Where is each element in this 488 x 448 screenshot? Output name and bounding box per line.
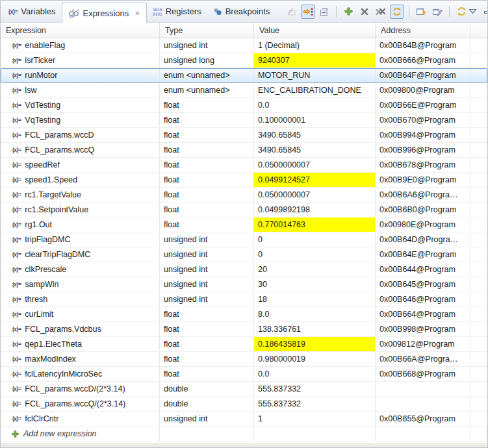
link-with-tree-icon[interactable] xyxy=(301,5,315,19)
expression-cell[interactable]: (x)= rc1.TargetValue xyxy=(1,188,160,202)
expression-cell[interactable]: (x)= rc1.SetpointValue xyxy=(1,203,160,217)
value-cell[interactable]: MOTOR_RUN xyxy=(254,68,376,82)
value-cell[interactable]: 0.0500000007 xyxy=(254,188,376,202)
table-row[interactable]: (x)= rc1.TargetValue float 0.0500000007 … xyxy=(1,188,487,203)
table-row[interactable]: (x)= rc1.SetpointValue float 0.049989219… xyxy=(1,203,487,218)
value-cell[interactable]: ENC_CALIBRATION_DONE xyxy=(254,83,376,97)
expression-cell[interactable]: (x)= FCL_params.wccQ xyxy=(1,143,160,157)
expression-cell[interactable]: (x)= tripFlagDMC xyxy=(1,232,160,247)
table-row[interactable]: (x)= enableFlag unsigned int 1 (Decimal)… xyxy=(1,38,487,53)
expression-cell[interactable]: (x)= fclLatencyInMicroSec xyxy=(1,367,160,381)
value-cell[interactable]: 555.837332 xyxy=(254,397,376,411)
value-cell[interactable]: 9240307 xyxy=(254,53,376,68)
value-cell[interactable]: 0.0500000007 xyxy=(254,158,376,172)
expression-cell[interactable]: (x)= VdTesting xyxy=(1,98,160,112)
view-menu-icon[interactable] xyxy=(469,8,477,14)
tab-breakpoints[interactable]: Breakpoints xyxy=(207,1,276,22)
collapse-all-icon[interactable] xyxy=(317,5,331,19)
table-row[interactable]: (x)= VdTesting float 0.0 0x00B66E@Progra… xyxy=(1,98,487,113)
column-header-expression[interactable]: Expression xyxy=(1,23,160,38)
value-cell[interactable]: 138.336761 xyxy=(254,322,376,336)
remove-all-expressions-icon[interactable] xyxy=(374,5,388,19)
column-header-type[interactable]: Type xyxy=(160,23,254,38)
expression-cell[interactable]: (x)= FCL_params.wccD/(2*3.14) xyxy=(1,382,160,396)
value-cell[interactable]: 8.0 xyxy=(254,307,376,321)
expression-cell[interactable]: (x)= curLimit xyxy=(1,307,160,321)
table-row[interactable]: (x)= rg1.Out float 0.770014763 0x00980E@… xyxy=(1,218,487,232)
table-row[interactable]: (x)= runMotor enum <unnamed> MOTOR_RUN 0… xyxy=(1,68,487,83)
table-row[interactable]: (x)= tripFlagDMC unsigned int 0 0x00B64D… xyxy=(1,232,487,247)
expression-cell[interactable]: (x)= speed1.Speed xyxy=(1,173,160,187)
value-cell[interactable]: 1 xyxy=(254,412,376,426)
value-cell[interactable]: 1 (Decimal) xyxy=(254,38,376,53)
table-row[interactable]: (x)= thresh unsigned int 18 0x00B646@Pro… xyxy=(1,292,487,307)
refresh-icon[interactable] xyxy=(454,5,469,19)
column-header-address[interactable]: Address xyxy=(376,23,470,38)
expression-cell[interactable]: (x)= clearTripFlagDMC xyxy=(1,247,160,262)
table-row[interactable]: (x)= FCL_params.Vdcbus float 138.336761 … xyxy=(1,322,487,337)
expression-cell[interactable]: (x)= maxModIndex xyxy=(1,352,160,366)
expression-cell[interactable]: (x)= FCL_params.wccQ/(2*3.14) xyxy=(1,397,160,411)
remove-expression-icon[interactable] xyxy=(357,5,372,19)
table-row[interactable]: (x)= FCL_params.wccQ float 3490.65845 0x… xyxy=(1,143,487,158)
value-cell[interactable]: 0 xyxy=(254,232,376,247)
table-row[interactable]: (x)= speed1.Speed float 0.0499124527 0x0… xyxy=(1,173,487,188)
edit-expression-icon[interactable] xyxy=(430,5,444,19)
expression-cell[interactable]: (x)= VqTesting xyxy=(1,113,160,127)
close-icon[interactable]: ✕ xyxy=(135,10,140,17)
value-cell[interactable]: 3490.65845 xyxy=(254,128,376,142)
expression-cell[interactable]: (x)= fclClrCntr xyxy=(1,412,160,426)
tab-variables[interactable]: (x)= Variables xyxy=(3,1,62,22)
value-cell[interactable]: 0.0499892198 xyxy=(254,203,376,217)
tab-expressions[interactable]: x= Expressions ✕ xyxy=(62,3,147,23)
add-expression-label[interactable]: Add new expression xyxy=(23,429,97,438)
value-cell[interactable]: 0 xyxy=(254,247,376,262)
expression-cell[interactable]: (x)= rg1.Out xyxy=(1,218,160,232)
expression-cell[interactable]: (x)= thresh xyxy=(1,292,160,306)
value-cell[interactable]: 0.0 xyxy=(254,98,376,112)
table-row[interactable]: (x)= fclLatencyInMicroSec float 0.0 0x00… xyxy=(1,367,487,382)
table-row[interactable]: (x)= curLimit float 8.0 0x00B664@Program xyxy=(1,307,487,322)
table-row[interactable]: (x)= speedRef float 0.0500000007 0x00B67… xyxy=(1,158,487,173)
expression-cell[interactable]: (x)= lsw xyxy=(1,83,160,97)
table-row[interactable]: (x)= VqTesting float 0.100000001 0x00B67… xyxy=(1,113,487,128)
expression-cell[interactable]: (x)= sampWin xyxy=(1,277,160,292)
table-row[interactable]: (x)= fclClrCntr unsigned int 1 0x00B655@… xyxy=(1,412,487,427)
expression-cell[interactable]: (x)= clkPrescale xyxy=(1,262,160,277)
table-row[interactable]: (x)= FCL_params.wccD float 3490.65845 0x… xyxy=(1,128,487,143)
value-cell[interactable]: 0.770014763 xyxy=(254,218,376,232)
table-row[interactable]: (x)= maxModIndex float 0.980000019 0x00B… xyxy=(1,352,487,367)
new-window-icon[interactable] xyxy=(414,5,428,19)
table-row[interactable]: (x)= isrTicker unsigned long 9240307 0x0… xyxy=(1,53,487,68)
value-cell[interactable]: 555.837332 xyxy=(254,382,376,396)
column-header-value[interactable]: Value xyxy=(254,23,376,38)
expression-cell[interactable]: (x)= FCL_params.wccD xyxy=(1,128,160,142)
table-row[interactable]: (x)= qep1.ElecTheta float 0.186435819 0x… xyxy=(1,337,487,352)
minimize-icon[interactable] xyxy=(483,8,488,15)
expression-cell[interactable]: (x)= qep1.ElecTheta xyxy=(1,337,160,351)
value-cell[interactable]: 20 xyxy=(254,262,376,277)
table-row[interactable]: (x)= FCL_params.wccD/(2*3.14) double 555… xyxy=(1,382,487,397)
add-expression-icon[interactable] xyxy=(341,5,355,19)
table-row[interactable]: (x)= sampWin unsigned int 30 0x00B645@Pr… xyxy=(1,277,487,292)
table-row[interactable]: (x)= FCL_params.wccQ/(2*3.14) double 555… xyxy=(1,397,487,412)
expression-cell[interactable]: (x)= enableFlag xyxy=(1,38,160,53)
value-cell[interactable]: 18 xyxy=(254,292,376,306)
add-expression-row[interactable]: Add new expression xyxy=(1,427,487,442)
value-cell[interactable]: 0.980000019 xyxy=(254,352,376,366)
table-row[interactable]: (x)= clearTripFlagDMC unsigned int 0 0x0… xyxy=(1,247,487,262)
continuous-refresh-icon[interactable] xyxy=(390,5,404,19)
expression-cell[interactable]: (x)= isrTicker xyxy=(1,53,160,68)
expression-cell[interactable]: (x)= FCL_params.Vdcbus xyxy=(1,322,160,336)
value-cell[interactable]: 0.0499124527 xyxy=(254,173,376,187)
value-cell[interactable]: 0.0 xyxy=(254,367,376,381)
show-type-names-icon[interactable] xyxy=(285,5,299,19)
value-cell[interactable]: 3490.65845 xyxy=(254,143,376,157)
expression-cell[interactable]: (x)= runMotor xyxy=(1,68,160,82)
value-cell[interactable]: 0.186435819 xyxy=(254,337,376,351)
tab-registers[interactable]: 1010 0101 Registers xyxy=(147,1,207,22)
table-row[interactable]: (x)= lsw enum <unnamed> ENC_CALIBRATION_… xyxy=(1,83,487,98)
value-cell[interactable]: 30 xyxy=(254,277,376,292)
expression-cell[interactable]: (x)= speedRef xyxy=(1,158,160,172)
table-row[interactable]: (x)= clkPrescale unsigned int 20 0x00B64… xyxy=(1,262,487,277)
